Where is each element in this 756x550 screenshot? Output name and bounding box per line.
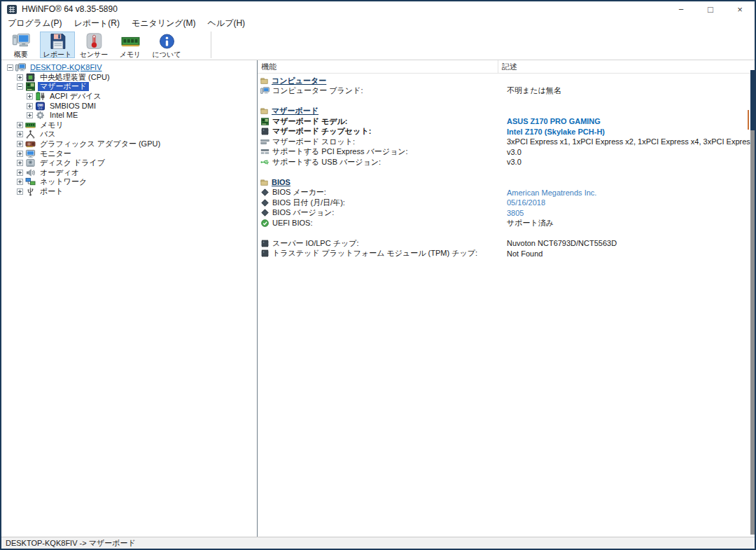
toolbar-button-label: について [153, 50, 181, 60]
feature-cell: マザーボード [258, 106, 498, 116]
status-bar: DESKTOP-KQK8FIV -> マザーボード [1, 537, 755, 549]
tree-item[interactable]: 中央処理装置 (CPU) [1, 73, 257, 83]
expander-plus-icon[interactable] [27, 103, 33, 109]
feature-label: マザーボード モデル: [272, 116, 348, 127]
feature-label: トラステッド プラットフォーム モジュール (TPM) チップ: [272, 248, 477, 259]
menu-item-monitoring[interactable]: モニタリング(M) [132, 18, 196, 29]
disk-drive-icon [25, 158, 36, 167]
app-window: HWiNFO® 64 v8.35-5890 − □ × プログラム(P) レポー… [0, 0, 756, 550]
tree-item[interactable]: ディスク ドライブ [1, 158, 257, 168]
tree-item-label: メモリ [38, 121, 66, 130]
sensors-thermometer-icon [85, 33, 104, 50]
expander-plus-icon[interactable] [17, 179, 23, 185]
expander-plus-icon[interactable] [17, 151, 23, 157]
tree-item-label: ネットワーク [38, 177, 89, 186]
scrollbar-track[interactable] [750, 130, 755, 535]
tree-item[interactable]: ACPI デバイス [1, 92, 257, 102]
expander-minus-icon[interactable] [7, 64, 13, 71]
minimize-button[interactable]: − [666, 1, 696, 17]
feature-label: サポートする USB バージョン: [272, 157, 381, 167]
column-header-feature[interactable]: 機能 [258, 60, 498, 73]
toolbar-button-summary[interactable]: 概要 [4, 32, 38, 58]
detail-blank-row [258, 167, 755, 178]
feature-label: BIOS メーカー: [272, 187, 326, 198]
tree-item[interactable]: Intel ME [1, 111, 257, 121]
tree-item[interactable]: DESKTOP-KQK8FIV [1, 63, 257, 73]
expander-plus-icon[interactable] [27, 112, 33, 118]
detail-section-row: BIOS [258, 177, 755, 188]
expander-plus-icon[interactable] [17, 170, 23, 176]
expander-plus-icon[interactable] [27, 93, 33, 99]
tree-item-label: マザーボード [38, 82, 89, 91]
feature-label: BIOS 日付 (月/日/年): [272, 198, 345, 208]
detail-row: コンピューター ブランド:不明または無名 [258, 86, 755, 97]
motherboard-icon [25, 82, 36, 91]
toolbar-button-report[interactable]: レポート [40, 32, 75, 58]
audio-speaker-icon [25, 168, 36, 177]
menu-item-help[interactable]: ヘルプ(H) [208, 18, 246, 29]
feature-cell: サポートする USB バージョン: [258, 157, 498, 167]
details-column-header: 機能 記述 [258, 60, 755, 74]
expander-minus-icon[interactable] [17, 83, 23, 90]
toolbar: 概要レポートセンサーメモリについて [1, 30, 755, 60]
detail-row: UEFI BIOS:サポート済み [258, 218, 755, 228]
feature-cell: BIOS [258, 178, 498, 186]
chipset-icon [260, 240, 270, 247]
expander-plus-icon[interactable] [17, 122, 23, 128]
main-area: DESKTOP-KQK8FIV中央処理装置 (CPU)マザーボードACPI デバ… [1, 60, 755, 537]
tree-item[interactable]: ネットワーク [1, 177, 257, 187]
chipset-icon [260, 128, 270, 135]
expander-plus-icon[interactable] [17, 141, 23, 147]
maximize-button[interactable]: □ [696, 1, 725, 17]
detail-row: スーパー IO/LPC チップ:Nuvoton NCT6793D/NCT5563… [258, 238, 755, 249]
gear-icon [35, 111, 46, 120]
feature-value: 3805 [498, 209, 524, 217]
tree-item-label: 中央処理装置 (CPU) [38, 73, 112, 82]
tree-item-label: ACPI デバイス [48, 92, 104, 101]
screen-artifact [748, 110, 749, 130]
detail-row: マザーボード モデル:ASUS Z170 PRO GAMING [258, 116, 755, 127]
folder-icon [260, 179, 268, 186]
close-button[interactable]: × [725, 1, 755, 17]
scrollbar-thumb[interactable] [750, 70, 755, 130]
uefi-check-icon [260, 219, 270, 227]
tree-item[interactable]: ポート [1, 187, 257, 197]
feature-cell: UEFI BIOS: [258, 219, 498, 227]
tree-item[interactable]: DMI2.0SMBIOS DMI [1, 101, 257, 111]
chipset-icon [260, 249, 270, 257]
tree-item[interactable]: オーディオ [1, 168, 257, 178]
device-tree-panel: DESKTOP-KQK8FIV中央処理装置 (CPU)マザーボードACPI デバ… [1, 60, 258, 537]
usb-icon [260, 158, 270, 166]
toolbar-button-about[interactable]: について [149, 32, 184, 58]
column-header-description[interactable]: 記述 [498, 60, 755, 73]
detail-row: マザーボード スロット:3xPCI Express x1, 1xPCI Expr… [258, 137, 755, 147]
tree-item[interactable]: バス [1, 130, 257, 139]
about-info-icon [158, 33, 176, 50]
feature-cell: コンピューター ブランド: [258, 85, 498, 96]
feature-label: UEFI BIOS: [272, 219, 312, 227]
toolbar-button-sensors[interactable]: センサー [76, 32, 111, 58]
feature-cell: BIOS バージョン: [258, 207, 498, 218]
folder-icon [260, 78, 268, 84]
expander-plus-icon[interactable] [17, 131, 23, 137]
tree-item[interactable]: グラフィックス アダプター (GPU) [1, 139, 257, 149]
tree-item[interactable]: モニター [1, 149, 257, 158]
toolbar-button-memory[interactable]: メモリ [113, 32, 148, 58]
tree-item[interactable]: メモリ [1, 121, 257, 130]
expander-plus-icon[interactable] [17, 74, 23, 81]
expander-plus-icon[interactable] [17, 160, 23, 166]
expander-plus-icon[interactable] [17, 188, 23, 195]
tree-item[interactable]: マザーボード [1, 82, 257, 92]
window-title: HWiNFO® 64 v8.35-5890 [22, 4, 118, 14]
report-floppy-icon [48, 33, 67, 50]
detail-blank-row [258, 228, 755, 239]
section-title: マザーボード [272, 106, 318, 116]
menu-item-program[interactable]: プログラム(P) [8, 18, 62, 29]
feature-cell: サポートする PCI Express バージョン: [258, 146, 498, 157]
feature-label: BIOS バージョン: [272, 207, 334, 218]
feature-value: v3.0 [498, 158, 522, 166]
menu-item-report[interactable]: レポート(R) [74, 18, 120, 29]
menu-bar: プログラム(P) レポート(R) モニタリング(M) ヘルプ(H) [1, 17, 755, 30]
feature-cell: トラステッド プラットフォーム モジュール (TPM) チップ: [258, 248, 498, 259]
tree-item-label: SMBIOS DMI [48, 102, 98, 111]
